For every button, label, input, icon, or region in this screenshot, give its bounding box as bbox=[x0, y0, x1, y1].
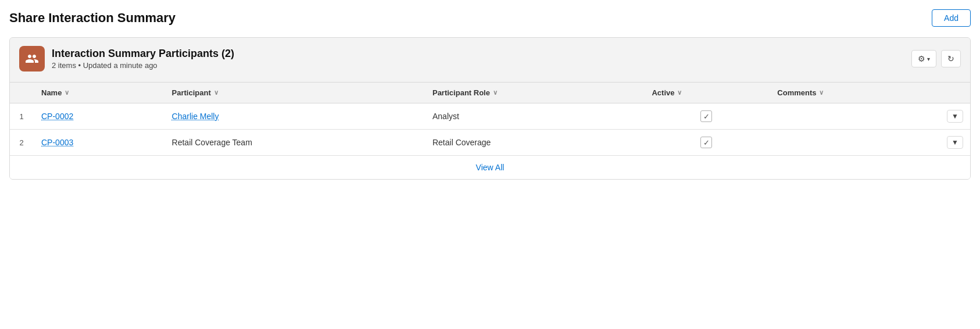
card-title: Interaction Summary Participants (2) bbox=[52, 48, 234, 60]
sort-icon-active: ∨ bbox=[677, 89, 682, 96]
active-checkbox-2: ✓ bbox=[700, 137, 712, 148]
view-all-row: View All bbox=[10, 156, 970, 180]
col-header-rownum bbox=[10, 83, 33, 103]
cell-comments-1 bbox=[769, 103, 939, 130]
table-wrapper: Name ∨ Participant ∨ Participant Role bbox=[10, 82, 970, 179]
cell-role-2: Retail Coverage bbox=[424, 130, 643, 156]
gear-dropdown-arrow: ▾ bbox=[927, 56, 930, 62]
cell-name-1: CP-0002 bbox=[33, 103, 164, 130]
cell-active-2: ✓ bbox=[643, 130, 769, 156]
participants-svg bbox=[25, 52, 39, 66]
sort-icon-comments: ∨ bbox=[819, 89, 824, 96]
refresh-icon: ↻ bbox=[947, 54, 954, 63]
cell-comments-2 bbox=[769, 130, 939, 156]
cell-participant-2: Retail Coverage Team bbox=[164, 130, 424, 156]
view-all-link[interactable]: View All bbox=[476, 163, 505, 172]
row-num-2: 2 bbox=[10, 130, 33, 156]
view-all-cell: View All bbox=[10, 156, 970, 180]
add-button[interactable]: Add bbox=[932, 9, 971, 27]
card-title-block: Interaction Summary Participants (2) 2 i… bbox=[52, 48, 234, 70]
row-num-1: 1 bbox=[10, 103, 33, 130]
col-header-participant[interactable]: Participant ∨ bbox=[164, 83, 424, 103]
table-row: 1 CP-0002 Charlie Melly Analyst ✓ ▼ bbox=[10, 103, 970, 130]
gear-icon: ⚙ bbox=[918, 54, 925, 63]
cell-action-1: ▼ bbox=[939, 103, 970, 130]
col-header-name[interactable]: Name ∨ bbox=[33, 83, 164, 103]
settings-button[interactable]: ⚙ ▾ bbox=[911, 50, 936, 67]
participants-icon bbox=[19, 46, 45, 71]
sort-icon-name: ∨ bbox=[65, 89, 69, 96]
participants-card: Interaction Summary Participants (2) 2 i… bbox=[9, 37, 971, 180]
name-link-1[interactable]: CP-0002 bbox=[41, 112, 73, 121]
sort-icon-role: ∨ bbox=[493, 89, 498, 96]
page-title: Share Interaction Summary bbox=[9, 10, 176, 26]
name-link-2[interactable]: CP-0003 bbox=[41, 138, 73, 147]
cell-name-2: CP-0003 bbox=[33, 130, 164, 156]
table-row: 2 CP-0003 Retail Coverage Team Retail Co… bbox=[10, 130, 970, 156]
sort-icon-participant: ∨ bbox=[214, 89, 219, 96]
card-header-actions: ⚙ ▾ ↻ bbox=[911, 50, 961, 67]
row-action-button-2[interactable]: ▼ bbox=[947, 136, 963, 149]
cell-participant-1: Charlie Melly bbox=[164, 103, 424, 130]
cell-action-2: ▼ bbox=[939, 130, 970, 156]
col-header-comments[interactable]: Comments ∨ bbox=[769, 83, 939, 103]
card-header-left: Interaction Summary Participants (2) 2 i… bbox=[19, 46, 234, 71]
col-header-actions bbox=[939, 83, 970, 103]
card-subtitle: 2 items • Updated a minute ago bbox=[52, 61, 234, 70]
participants-table: Name ∨ Participant ∨ Participant Role bbox=[10, 82, 970, 179]
participant-link-1[interactable]: Charlie Melly bbox=[172, 112, 219, 121]
page-header: Share Interaction Summary Add bbox=[9, 9, 971, 27]
table-header-row: Name ∨ Participant ∨ Participant Role bbox=[10, 83, 970, 103]
cell-active-1: ✓ bbox=[643, 103, 769, 130]
col-header-active[interactable]: Active ∨ bbox=[643, 83, 769, 103]
col-header-role[interactable]: Participant Role ∨ bbox=[424, 83, 643, 103]
row-action-button-1[interactable]: ▼ bbox=[947, 110, 963, 123]
card-header: Interaction Summary Participants (2) 2 i… bbox=[10, 38, 970, 75]
active-checkbox-1: ✓ bbox=[700, 110, 712, 122]
cell-role-1: Analyst bbox=[424, 103, 643, 130]
refresh-button[interactable]: ↻ bbox=[941, 50, 961, 67]
